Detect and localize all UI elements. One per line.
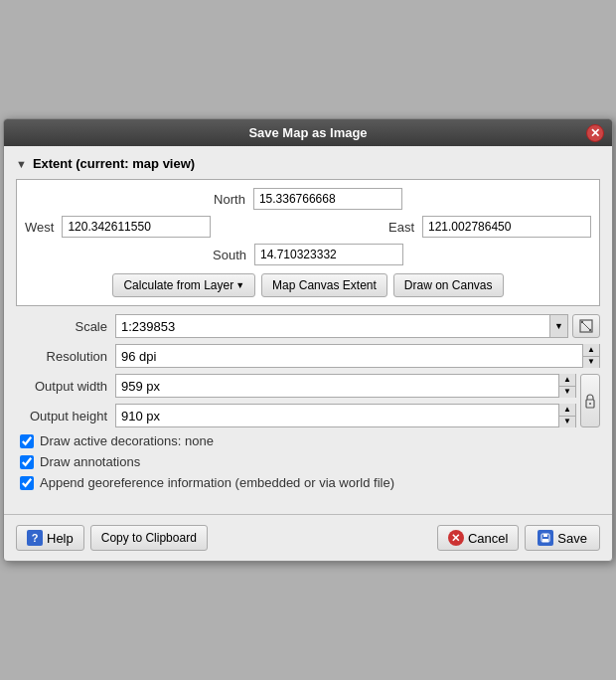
save-button[interactable]: Save [525,525,600,551]
resolution-row: Resolution ▲ ▼ [16,344,600,368]
output-width-up-button[interactable]: ▲ [559,374,575,386]
close-button[interactable]: ✕ [586,124,604,142]
calculate-from-layer-button[interactable]: Calculate from Layer ▼ [112,273,255,297]
append-georeference-label: Append georeference information (embedde… [40,475,394,490]
copy-to-clipboard-button[interactable]: Copy to Clipboard [90,525,208,551]
south-row: South [25,244,591,265]
output-height-row: Output height ▲ ▼ [16,404,576,427]
dialog-body: ▼ Extent (current: map view) North West … [4,146,612,506]
north-label: North [214,192,249,207]
svg-rect-9 [542,539,548,542]
help-icon: ? [27,530,43,546]
output-width-input[interactable] [116,375,558,397]
scale-label: Scale [16,319,115,334]
draw-decorations-label: Draw active decorations: none [40,433,214,448]
save-icon [538,530,553,546]
scale-input-wrapper: ▼ [115,314,568,338]
output-height-down-button[interactable]: ▼ [559,416,575,428]
output-width-down-button[interactable]: ▼ [559,386,575,399]
west-group: West [25,216,211,238]
svg-point-6 [589,403,591,405]
save-label: Save [557,531,587,546]
dialog-footer: ? Help Copy to Clipboard ✕ Cancel Save [4,514,612,561]
east-group: East [388,216,591,238]
lock-aspect-ratio-button[interactable] [580,374,600,427]
resolution-label: Resolution [16,349,115,364]
output-height-input[interactable] [116,405,558,426]
dropdown-arrow-icon: ▼ [235,280,244,290]
scale-map-icon [579,319,593,333]
resolution-up-button[interactable]: ▲ [583,344,599,356]
scale-control: ▼ [115,314,600,338]
output-width-row: Output width ▲ ▼ [16,374,576,398]
output-width-label: Output width [16,379,115,394]
help-label: Help [47,531,74,546]
scale-icon-button[interactable] [572,314,600,338]
resolution-spinner: ▲ ▼ [582,344,599,368]
append-georeference-checkbox[interactable] [20,476,34,490]
extent-section-label: Extent (current: map view) [33,156,195,171]
extent-btn-row: Calculate from Layer ▼ Map Canvas Extent… [25,273,591,297]
we-row: West East [25,216,591,238]
scale-row: Scale ▼ [16,314,600,338]
output-height-label: Output height [16,409,115,424]
output-width-spinner: ▲ ▼ [558,374,575,398]
resolution-control: ▲ ▼ [115,344,600,368]
west-input[interactable] [62,216,211,238]
output-height-spinbox: ▲ ▼ [115,404,576,427]
south-input[interactable] [254,244,403,265]
output-height-spinner: ▲ ▼ [558,404,575,427]
output-width-spinbox: ▲ ▼ [115,374,576,398]
south-label: South [213,248,250,262]
draw-annotations-label: Draw annotations [40,454,140,469]
scale-dropdown-button[interactable]: ▼ [550,314,568,338]
cancel-label: Cancel [468,531,508,546]
output-height-up-button[interactable]: ▲ [559,404,575,416]
draw-decorations-checkbox[interactable] [20,434,34,448]
lock-icon [584,393,596,409]
extent-box: North West East South [16,179,600,306]
draw-on-canvas-button[interactable]: Draw on Canvas [393,273,504,297]
dialog-title: Save Map as Image [248,125,367,140]
draw-decorations-row: Draw active decorations: none [16,433,600,448]
svg-point-3 [581,321,583,323]
append-georeference-row: Append georeference information (embedde… [16,475,600,490]
cancel-icon: ✕ [448,530,464,546]
help-button[interactable]: ? Help [16,525,84,551]
draw-annotations-checkbox[interactable] [20,455,34,469]
output-height-control: ▲ ▼ [115,404,576,427]
cancel-button[interactable]: ✕ Cancel [437,525,519,551]
title-bar: Save Map as Image ✕ [4,119,612,146]
north-input[interactable] [253,188,402,210]
footer-right: ✕ Cancel Save [437,525,600,551]
footer-left: ? Help Copy to Clipboard [16,525,208,551]
resolution-spinbox: ▲ ▼ [115,344,600,368]
west-label: West [25,220,58,235]
save-map-dialog: Save Map as Image ✕ ▼ Extent (current: m… [3,118,613,562]
north-row: North [25,188,591,210]
resolution-input[interactable] [116,345,582,367]
svg-point-4 [589,329,591,331]
scale-input[interactable] [115,314,550,338]
svg-rect-8 [543,534,547,537]
east-input[interactable] [422,216,591,238]
output-width-control: ▲ ▼ [115,374,576,398]
extent-section-header: ▼ Extent (current: map view) [16,156,600,171]
section-arrow: ▼ [16,158,27,170]
resolution-down-button[interactable]: ▼ [583,356,599,369]
east-label: East [388,220,418,235]
draw-annotations-row: Draw annotations [16,454,600,469]
map-canvas-extent-button[interactable]: Map Canvas Extent [261,273,387,297]
